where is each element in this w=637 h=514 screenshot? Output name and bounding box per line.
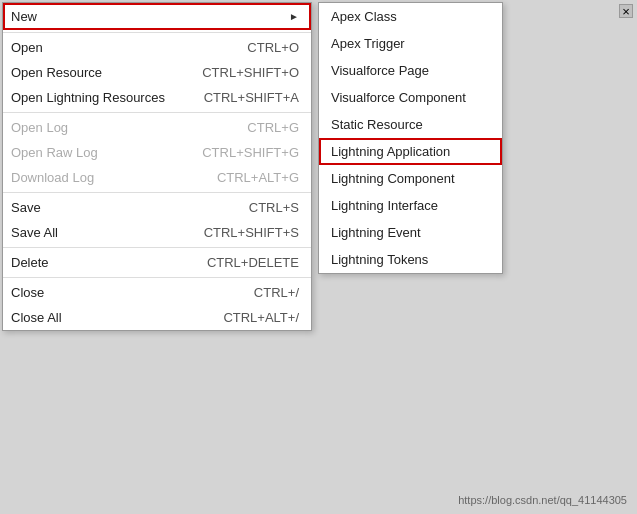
- menu-item-open-raw-log-label: Open Raw Log: [11, 145, 98, 160]
- menu-item-close-shortcut: CTRL+/: [254, 285, 299, 300]
- submenu-item-lightning-event[interactable]: Lightning Event: [319, 219, 502, 246]
- submenu-item-visualforce-component[interactable]: Visualforce Component: [319, 84, 502, 111]
- tab-area: ×: [517, 0, 637, 22]
- submenu-item-lightning-tokens[interactable]: Lightning Tokens: [319, 246, 502, 273]
- menu-item-new[interactable]: New ►: [3, 3, 311, 30]
- separator-5: [3, 277, 311, 278]
- menu-item-download-log-label: Download Log: [11, 170, 94, 185]
- menu-item-close-all[interactable]: Close All CTRL+ALT+/: [3, 305, 311, 330]
- menu-item-open-log[interactable]: Open Log CTRL+G: [3, 115, 311, 140]
- menu-item-open-resource-shortcut: CTRL+SHIFT+O: [202, 65, 299, 80]
- menu-item-download-log-shortcut: CTRL+ALT+G: [217, 170, 299, 185]
- menu-item-save-label: Save: [11, 200, 41, 215]
- separator-1: [3, 32, 311, 33]
- separator-3: [3, 192, 311, 193]
- menu-item-delete-shortcut: CTRL+DELETE: [207, 255, 299, 270]
- submenu-arrow-icon: ►: [289, 11, 299, 22]
- menu-item-close-all-shortcut: CTRL+ALT+/: [223, 310, 299, 325]
- submenu-item-lightning-component-label: Lightning Component: [331, 171, 455, 186]
- menu-item-open-lightning[interactable]: Open Lightning Resources CTRL+SHIFT+A: [3, 85, 311, 110]
- separator-4: [3, 247, 311, 248]
- menu-item-open-raw-log-shortcut: CTRL+SHIFT+G: [202, 145, 299, 160]
- close-button[interactable]: ×: [619, 4, 633, 18]
- menu-item-open-shortcut: CTRL+O: [247, 40, 299, 55]
- menu-item-open-log-shortcut: CTRL+G: [247, 120, 299, 135]
- menu-item-open-log-label: Open Log: [11, 120, 68, 135]
- menu-item-open[interactable]: Open CTRL+O: [3, 35, 311, 60]
- menu-item-save[interactable]: Save CTRL+S: [3, 195, 311, 220]
- menu-item-close-all-label: Close All: [11, 310, 62, 325]
- menu-item-save-shortcut: CTRL+S: [249, 200, 299, 215]
- menu-item-new-label: New: [11, 9, 37, 24]
- menu-item-close[interactable]: Close CTRL+/: [3, 280, 311, 305]
- separator-2: [3, 112, 311, 113]
- submenu-item-apex-class-label: Apex Class: [331, 9, 397, 24]
- menu-item-open-lightning-shortcut: CTRL+SHIFT+A: [204, 90, 299, 105]
- submenu-item-visualforce-page[interactable]: Visualforce Page: [319, 57, 502, 84]
- submenu-item-static-resource-label: Static Resource: [331, 117, 423, 132]
- menu-item-open-raw-log[interactable]: Open Raw Log CTRL+SHIFT+G: [3, 140, 311, 165]
- submenu-item-apex-trigger-label: Apex Trigger: [331, 36, 405, 51]
- main-context-menu: New ► Open CTRL+O Open Resource CTRL+SHI…: [2, 2, 312, 331]
- close-icon: ×: [622, 4, 630, 19]
- submenu-item-lightning-interface[interactable]: Lightning Interface: [319, 192, 502, 219]
- submenu-item-lightning-app[interactable]: Lightning Application: [319, 138, 502, 165]
- submenu-item-lightning-event-label: Lightning Event: [331, 225, 421, 240]
- menu-item-close-label: Close: [11, 285, 44, 300]
- menu-item-open-lightning-label: Open Lightning Resources: [11, 90, 165, 105]
- submenu-item-visualforce-component-label: Visualforce Component: [331, 90, 466, 105]
- submenu-item-lightning-tokens-label: Lightning Tokens: [331, 252, 428, 267]
- submenu-item-lightning-component[interactable]: Lightning Component: [319, 165, 502, 192]
- menu-item-save-all-shortcut: CTRL+SHIFT+S: [204, 225, 299, 240]
- menu-item-delete[interactable]: Delete CTRL+DELETE: [3, 250, 311, 275]
- menu-item-download-log[interactable]: Download Log CTRL+ALT+G: [3, 165, 311, 190]
- menu-item-open-resource[interactable]: Open Resource CTRL+SHIFT+O: [3, 60, 311, 85]
- submenu: Apex Class Apex Trigger Visualforce Page…: [318, 2, 503, 274]
- submenu-item-visualforce-page-label: Visualforce Page: [331, 63, 429, 78]
- submenu-item-static-resource[interactable]: Static Resource: [319, 111, 502, 138]
- submenu-item-apex-trigger[interactable]: Apex Trigger: [319, 30, 502, 57]
- menu-item-open-label: Open: [11, 40, 43, 55]
- menu-item-save-all-label: Save All: [11, 225, 58, 240]
- submenu-item-lightning-interface-label: Lightning Interface: [331, 198, 438, 213]
- submenu-item-apex-class[interactable]: Apex Class: [319, 3, 502, 30]
- watermark: https://blog.csdn.net/qq_41144305: [458, 494, 627, 506]
- menu-item-save-all[interactable]: Save All CTRL+SHIFT+S: [3, 220, 311, 245]
- menu-item-open-resource-label: Open Resource: [11, 65, 102, 80]
- menu-item-delete-label: Delete: [11, 255, 49, 270]
- submenu-item-lightning-app-label: Lightning Application: [331, 144, 450, 159]
